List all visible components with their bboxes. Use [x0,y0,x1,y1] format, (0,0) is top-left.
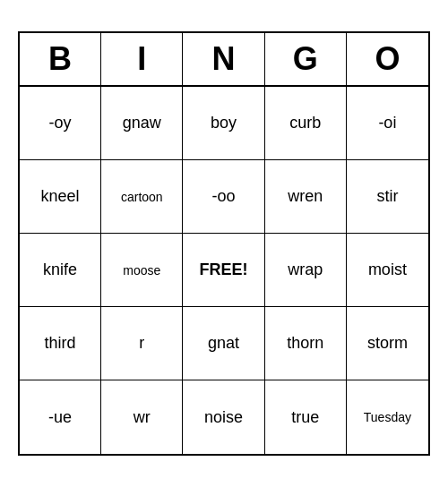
bingo-cell: cartoon [101,160,183,234]
header-letter: G [265,33,347,85]
bingo-cell: noise [183,380,264,454]
bingo-cell: -oo [183,160,264,234]
bingo-cell: storm [347,307,428,380]
bingo-cell: moose [101,234,183,307]
bingo-cell: boy [183,87,264,160]
bingo-cell: r [101,307,183,380]
bingo-cell: gnaw [101,87,183,160]
bingo-cell: Tuesday [347,380,428,454]
bingo-cell: -ue [20,380,101,454]
bingo-cell: third [20,307,101,380]
bingo-grid: -oygnawboycurb-oikneelcartoon-oowrenstir… [20,87,428,454]
bingo-cell: wren [265,160,347,234]
bingo-cell: knife [20,234,101,307]
bingo-cell: curb [265,87,347,160]
bingo-cell: moist [347,234,428,307]
header-letter: I [101,33,183,85]
bingo-cell: wr [101,380,183,454]
bingo-cell: -oy [20,87,101,160]
header-letter: N [183,33,264,85]
header-letter: O [347,33,428,85]
bingo-cell: kneel [20,160,101,234]
bingo-cell: gnat [183,307,264,380]
bingo-cell: FREE! [183,234,264,307]
bingo-cell: true [265,380,347,454]
bingo-cell: thorn [265,307,347,380]
bingo-card: BINGO -oygnawboycurb-oikneelcartoon-oowr… [18,31,430,456]
bingo-cell: -oi [347,87,428,160]
bingo-cell: wrap [265,234,347,307]
bingo-header: BINGO [20,33,428,87]
header-letter: B [20,33,101,85]
bingo-cell: stir [347,160,428,234]
